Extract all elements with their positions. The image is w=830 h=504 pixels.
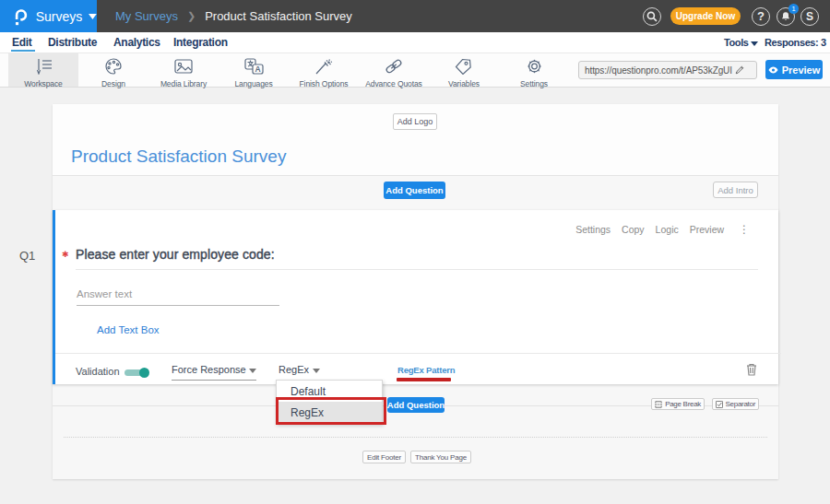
svg-text:A: A — [255, 64, 260, 74]
